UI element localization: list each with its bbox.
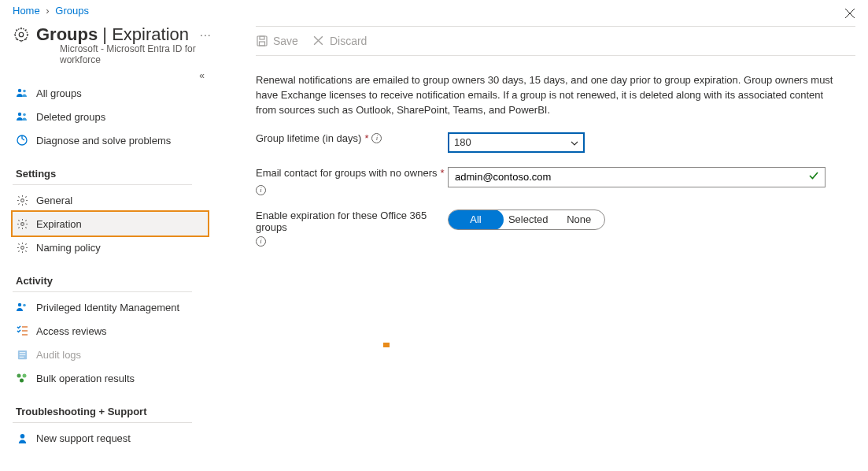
sidebar-item-audit-logs[interactable]: Audit logs [13,343,208,366]
sidebar-item-label: Access reviews [36,325,107,337]
lifetime-select[interactable]: 180 [448,132,585,153]
sidebar-item-general[interactable]: General [13,188,208,212]
info-icon[interactable]: i [256,185,266,195]
breadcrumb-groups[interactable]: Groups [55,5,89,17]
svg-point-7 [20,198,24,202]
svg-point-8 [20,222,24,225]
sidebar-item-all-groups[interactable]: All groups [13,81,208,105]
option-none[interactable]: None [553,210,604,229]
info-icon[interactable]: i [371,133,382,143]
group-icon [16,301,28,313]
sidebar-item-label: Naming policy [36,242,101,254]
diagnose-icon [16,134,28,146]
sidebar-item-label: Diagnose and solve problems [36,135,171,146]
svg-point-20 [23,374,27,378]
sidebar-item-label: All groups [36,87,82,99]
page-subtitle: Microsoft - Microsoft Entra ID for workf… [60,43,212,65]
sidebar-item-new-support[interactable]: New support request [13,426,208,450]
group-icon [16,87,28,99]
svg-rect-24 [260,36,264,39]
logs-icon [16,348,28,361]
option-selected[interactable]: Selected [503,210,554,229]
svg-point-19 [17,374,21,378]
svg-rect-25 [260,42,265,46]
chevron-right-icon: › [46,5,49,17]
check-icon [808,170,819,184]
option-all[interactable]: All [448,210,504,230]
sidebar-item-label: Privileged Identity Management [36,302,179,313]
save-button[interactable]: Save [256,35,298,47]
svg-point-2 [18,89,21,92]
support-icon [16,432,28,444]
svg-point-11 [23,304,26,307]
discard-icon [312,35,325,47]
breadcrumb-home[interactable]: Home [13,5,40,17]
chevron-down-icon [571,136,578,148]
email-input[interactable] [448,167,826,187]
main-content: Save Discard Renewal notifications are e… [212,20,868,450]
sidebar-section-activity: Activity [13,272,212,290]
collapse-icon[interactable]: « [13,70,212,81]
svg-point-4 [18,113,21,116]
discard-button[interactable]: Discard [312,35,367,47]
group-icon [16,110,28,123]
more-icon[interactable]: ··· [200,28,212,41]
svg-point-9 [20,246,24,249]
sidebar-item-label: Audit logs [36,349,81,361]
save-icon [256,35,268,47]
sidebar: Groups | Expiration ··· Microsoft - Micr… [0,20,212,450]
breadcrumb: Home › Groups [0,0,868,20]
sidebar-item-deleted-groups[interactable]: Deleted groups [13,105,208,128]
description-text: Renewal notifications are emailed to gro… [256,73,838,118]
gear-icon [13,26,30,43]
lifetime-label: Group lifetime (in days) * i [256,132,448,144]
svg-point-21 [20,379,24,383]
sidebar-item-access-reviews[interactable]: Access reviews [13,319,208,343]
svg-point-5 [23,113,26,117]
sidebar-item-naming-policy[interactable]: Naming policy [13,236,208,259]
sidebar-section-settings: Settings [13,165,212,183]
info-icon[interactable]: i [256,236,266,247]
sidebar-item-label: Deleted groups [36,111,105,123]
close-icon[interactable] [844,8,855,21]
sidebar-item-expiration[interactable]: Expiration [13,212,208,236]
enable-label: Enable expiration for these Office 365 g… [256,210,448,247]
svg-point-10 [18,303,21,306]
sidebar-item-label: Expiration [36,218,82,230]
svg-point-22 [20,433,24,438]
sidebar-item-bulk-results[interactable]: Bulk operation results [13,366,208,390]
sidebar-section-support: Troubleshooting + Support [13,402,212,421]
toolbar: Save Discard [256,26,855,56]
email-label: Email contact for groups with no owners … [256,167,448,195]
gear-icon [16,241,28,254]
gear-icon [16,194,28,206]
sidebar-item-label: New support request [36,432,131,444]
checklist-icon [16,325,28,337]
page-title: Groups | Expiration [36,24,189,45]
sidebar-item-label: Bulk operation results [36,373,135,384]
bulk-icon [16,372,28,384]
enable-toggle-group: All Selected None [448,210,605,230]
sidebar-item-pim[interactable]: Privileged Identity Management [13,295,208,319]
svg-point-0 [19,32,24,37]
svg-rect-23 [257,36,267,46]
sidebar-item-diagnose[interactable]: Diagnose and solve problems [13,128,208,152]
sidebar-item-label: General [36,195,72,206]
cursor-marker [383,343,390,347]
svg-point-3 [23,90,26,93]
gear-icon [16,217,28,230]
